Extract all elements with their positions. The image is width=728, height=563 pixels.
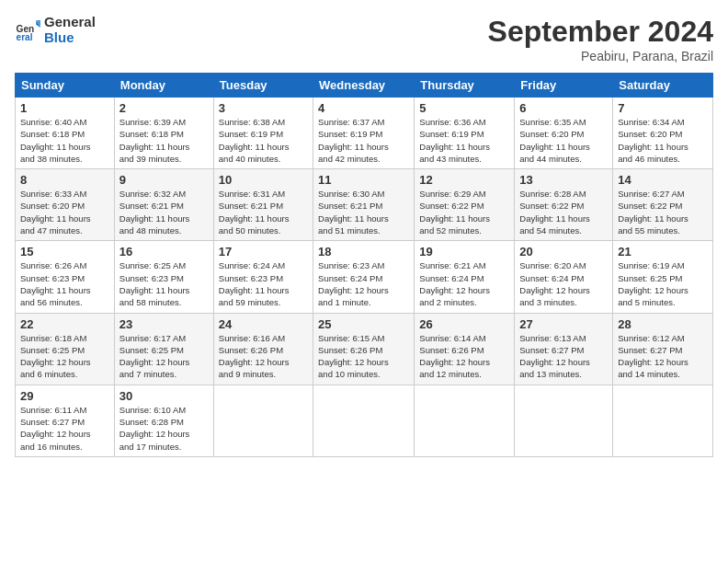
day-number: 29: [20, 389, 109, 403]
day-info: Sunrise: 6:24 AMSunset: 6:23 PMDaylight:…: [219, 259, 308, 308]
day-info: Sunrise: 6:21 AMSunset: 6:24 PMDaylight:…: [419, 259, 509, 308]
weekday-header-row: Sunday Monday Tuesday Wednesday Thursday…: [16, 74, 713, 98]
calendar-week-row: 15Sunrise: 6:26 AMSunset: 6:23 PMDayligh…: [16, 241, 713, 313]
calendar-cell: 23Sunrise: 6:17 AMSunset: 6:25 PMDayligh…: [114, 313, 213, 385]
calendar-cell: [613, 385, 713, 456]
day-number: 28: [618, 317, 708, 331]
month-title: September 2024: [488, 15, 713, 49]
day-info: Sunrise: 6:36 AMSunset: 6:19 PMDaylight:…: [419, 116, 509, 165]
day-info: Sunrise: 6:29 AMSunset: 6:22 PMDaylight:…: [419, 188, 509, 236]
calendar-cell: 25Sunrise: 6:15 AMSunset: 6:26 PMDayligh…: [313, 313, 415, 385]
day-number: 17: [219, 245, 308, 259]
day-info: Sunrise: 6:31 AMSunset: 6:21 PMDaylight:…: [219, 188, 308, 236]
day-info: Sunrise: 6:11 AMSunset: 6:27 PMDaylight:…: [20, 404, 109, 453]
day-number: 2: [119, 101, 209, 115]
day-info: Sunrise: 6:20 AMSunset: 6:24 PMDaylight:…: [519, 259, 608, 308]
day-info: Sunrise: 6:34 AMSunset: 6:20 PMDaylight:…: [618, 116, 708, 165]
day-info: Sunrise: 6:26 AMSunset: 6:23 PMDaylight:…: [20, 259, 109, 308]
day-number: 7: [618, 101, 708, 115]
calendar-cell: 21Sunrise: 6:19 AMSunset: 6:25 PMDayligh…: [613, 241, 713, 313]
calendar-week-row: 22Sunrise: 6:18 AMSunset: 6:25 PMDayligh…: [16, 313, 713, 385]
day-number: 15: [20, 245, 109, 259]
day-number: 27: [519, 317, 608, 331]
svg-text:eral: eral: [17, 31, 33, 41]
calendar-cell: 9Sunrise: 6:32 AMSunset: 6:21 PMDaylight…: [114, 169, 213, 241]
header-thursday: Thursday: [415, 74, 515, 98]
calendar-cell: 18Sunrise: 6:23 AMSunset: 6:24 PMDayligh…: [313, 241, 415, 313]
day-info: Sunrise: 6:35 AMSunset: 6:20 PMDaylight:…: [519, 116, 608, 165]
day-number: 8: [20, 173, 109, 187]
day-number: 5: [419, 101, 509, 115]
location-subtitle: Peabiru, Parana, Brazil: [488, 49, 713, 63]
day-info: Sunrise: 6:14 AMSunset: 6:26 PMDaylight:…: [419, 332, 509, 381]
calendar-cell: 29Sunrise: 6:11 AMSunset: 6:27 PMDayligh…: [16, 385, 115, 456]
day-number: 26: [419, 317, 509, 331]
calendar-week-row: 8Sunrise: 6:33 AMSunset: 6:20 PMDaylight…: [16, 169, 713, 241]
day-number: 12: [419, 173, 509, 187]
calendar-cell: 11Sunrise: 6:30 AMSunset: 6:21 PMDayligh…: [313, 169, 415, 241]
day-number: 25: [318, 317, 409, 331]
header-tuesday: Tuesday: [213, 74, 313, 98]
day-number: 24: [219, 317, 308, 331]
day-number: 23: [119, 317, 209, 331]
day-info: Sunrise: 6:12 AMSunset: 6:27 PMDaylight:…: [618, 332, 708, 381]
header-sunday: Sunday: [16, 74, 115, 98]
calendar-cell: 22Sunrise: 6:18 AMSunset: 6:25 PMDayligh…: [16, 313, 115, 385]
calendar-cell: 5Sunrise: 6:36 AMSunset: 6:19 PMDaylight…: [415, 98, 515, 169]
day-number: 4: [318, 101, 409, 115]
day-number: 19: [419, 245, 509, 259]
title-block: September 2024 Peabiru, Parana, Brazil: [488, 15, 713, 63]
calendar: Sunday Monday Tuesday Wednesday Thursday…: [15, 73, 713, 457]
calendar-cell: 10Sunrise: 6:31 AMSunset: 6:21 PMDayligh…: [213, 169, 313, 241]
logo-line1: General: [44, 15, 96, 30]
calendar-cell: 15Sunrise: 6:26 AMSunset: 6:23 PMDayligh…: [16, 241, 115, 313]
day-info: Sunrise: 6:37 AMSunset: 6:19 PMDaylight:…: [318, 116, 409, 165]
calendar-cell: 16Sunrise: 6:25 AMSunset: 6:23 PMDayligh…: [114, 241, 213, 313]
day-info: Sunrise: 6:33 AMSunset: 6:20 PMDaylight:…: [20, 188, 109, 236]
day-info: Sunrise: 6:16 AMSunset: 6:26 PMDaylight:…: [219, 332, 308, 381]
calendar-cell: 13Sunrise: 6:28 AMSunset: 6:22 PMDayligh…: [515, 169, 613, 241]
calendar-cell: 1Sunrise: 6:40 AMSunset: 6:18 PMDaylight…: [16, 98, 115, 169]
calendar-cell: 14Sunrise: 6:27 AMSunset: 6:22 PMDayligh…: [613, 169, 713, 241]
day-info: Sunrise: 6:25 AMSunset: 6:23 PMDaylight:…: [119, 259, 209, 308]
day-info: Sunrise: 6:27 AMSunset: 6:22 PMDaylight:…: [618, 188, 708, 236]
day-info: Sunrise: 6:40 AMSunset: 6:18 PMDaylight:…: [20, 116, 109, 165]
calendar-cell: 20Sunrise: 6:20 AMSunset: 6:24 PMDayligh…: [515, 241, 613, 313]
day-info: Sunrise: 6:38 AMSunset: 6:19 PMDaylight:…: [219, 116, 308, 165]
header-monday: Monday: [114, 74, 213, 98]
day-number: 1: [20, 101, 109, 115]
day-number: 3: [219, 101, 308, 115]
day-number: 6: [519, 101, 608, 115]
calendar-cell: [313, 385, 415, 456]
logo: Gen eral General Blue: [15, 15, 96, 45]
day-number: 11: [318, 173, 409, 187]
day-number: 18: [318, 245, 409, 259]
day-number: 20: [519, 245, 608, 259]
day-info: Sunrise: 6:23 AMSunset: 6:24 PMDaylight:…: [318, 259, 409, 308]
calendar-cell: 24Sunrise: 6:16 AMSunset: 6:26 PMDayligh…: [213, 313, 313, 385]
calendar-week-row: 29Sunrise: 6:11 AMSunset: 6:27 PMDayligh…: [16, 385, 713, 456]
day-number: 16: [119, 245, 209, 259]
header-wednesday: Wednesday: [313, 74, 415, 98]
calendar-cell: 19Sunrise: 6:21 AMSunset: 6:24 PMDayligh…: [415, 241, 515, 313]
logo-line2: Blue: [44, 30, 96, 46]
day-info: Sunrise: 6:28 AMSunset: 6:22 PMDaylight:…: [519, 188, 608, 236]
day-info: Sunrise: 6:39 AMSunset: 6:18 PMDaylight:…: [119, 116, 209, 165]
day-number: 22: [20, 317, 109, 331]
day-number: 21: [618, 245, 708, 259]
day-info: Sunrise: 6:17 AMSunset: 6:25 PMDaylight:…: [119, 332, 209, 381]
day-number: 13: [519, 173, 608, 187]
day-info: Sunrise: 6:30 AMSunset: 6:21 PMDaylight:…: [318, 188, 409, 236]
calendar-cell: 7Sunrise: 6:34 AMSunset: 6:20 PMDaylight…: [613, 98, 713, 169]
header-saturday: Saturday: [613, 74, 713, 98]
calendar-cell: [415, 385, 515, 456]
calendar-cell: 26Sunrise: 6:14 AMSunset: 6:26 PMDayligh…: [415, 313, 515, 385]
day-info: Sunrise: 6:32 AMSunset: 6:21 PMDaylight:…: [119, 188, 209, 236]
day-number: 9: [119, 173, 209, 187]
day-info: Sunrise: 6:19 AMSunset: 6:25 PMDaylight:…: [618, 259, 708, 308]
day-number: 30: [119, 389, 209, 403]
day-info: Sunrise: 6:13 AMSunset: 6:27 PMDaylight:…: [519, 332, 608, 381]
day-info: Sunrise: 6:18 AMSunset: 6:25 PMDaylight:…: [20, 332, 109, 381]
calendar-week-row: 1Sunrise: 6:40 AMSunset: 6:18 PMDaylight…: [16, 98, 713, 169]
logo-icon: Gen eral: [15, 17, 40, 43]
